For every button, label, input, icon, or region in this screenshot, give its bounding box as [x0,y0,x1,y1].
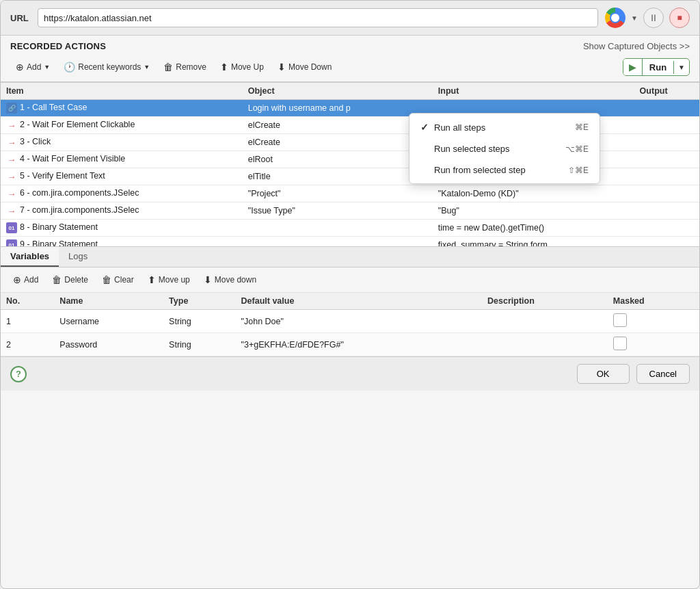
arrow-icon: → [6,188,17,199]
cell-item: →5 - Verify Element Text [1,168,243,185]
recorded-actions-section: RECORDED ACTIONS Show Captured Objects >… [1,36,699,82]
pause-button[interactable]: ⏸ [643,8,664,28]
vars-add-button[interactable]: ⊕ Add [8,272,44,288]
cell-item: →3 - Click [1,134,243,151]
vars-col-name: Name [54,293,163,310]
dropdown-item-label: Run selected steps [434,144,552,154]
run-dropdown-item-run-selected[interactable]: Run selected steps ⌥⌘E [409,138,600,159]
show-captured-objects-link[interactable]: Show Captured Objects >> [583,41,690,51]
cell-object: elTitle [243,168,433,185]
run-dropdown-arrow: ▼ [678,64,685,71]
vars-cell-desc [482,333,608,356]
table-row[interactable]: →6 - com.jira.components.JSelec "Project… [1,185,699,202]
vars-col-default: Default value [236,293,482,310]
remove-button[interactable]: 🗑 Remove [158,59,212,75]
cell-input: "Katalon-Demo (KD)" [433,185,634,202]
cell-object [243,220,433,237]
cell-item: 🔗1 - Call Test Case [1,100,243,117]
table-row[interactable]: 018 - Binary Statement time = new Date()… [1,220,699,237]
run-dropdown-item-run-from[interactable]: Run from selected step ⇧⌘E [409,159,600,181]
move-down-button[interactable]: ⬇ Move Down [272,59,337,75]
cell-object: "Issue Type" [243,202,433,220]
cell-output [634,168,699,185]
vars-add-label: Add [24,275,38,285]
table-row[interactable]: →7 - com.jira.components.JSelec "Issue T… [1,202,699,220]
cell-item: 018 - Binary Statement [1,220,243,237]
cell-input: fixed_summary = String.form [433,237,634,247]
vars-header-row: No. Name Type Default value Description … [1,293,699,310]
arrow-icon: → [6,205,17,216]
vars-add-icon: ⊕ [13,274,21,285]
cell-output [634,220,699,237]
vars-clear-button[interactable]: 🗑 Clear [96,272,139,288]
vars-move-up-icon: ⬆ [148,274,156,285]
col-object: Object [243,83,433,100]
section-title: RECORDED ACTIONS [10,41,106,51]
vars-table-row[interactable]: 2 Password String "3+gEKFHA:E/dFDE?FG#" [1,333,699,356]
vars-cell-no: 1 [1,310,54,333]
vars-table-container: No. Name Type Default value Description … [1,293,699,356]
chrome-dropdown-arrow[interactable]: ▼ [631,14,638,22]
run-play-button[interactable]: ▶ [623,59,643,75]
vars-delete-button[interactable]: 🗑 Delete [46,272,94,288]
url-input[interactable] [38,8,598,27]
main-window: URL ▼ ⏸ ■ RECORDED ACTIONS Show Captured… [0,0,700,589]
cell-object: elCreate [243,117,433,134]
vars-move-down-icon: ⬇ [204,274,212,285]
recent-keywords-button[interactable]: 🕐 Recent keywords ▼ [58,59,155,75]
vars-move-up-label: Move up [159,275,190,285]
vars-cell-no: 2 [1,333,54,356]
section-header: RECORDED ACTIONS Show Captured Objects >… [10,41,690,51]
table-row[interactable]: 019 - Binary Statement fixed_summary = S… [1,237,699,247]
arrow-icon: → [6,120,17,131]
cell-output [634,100,699,117]
run-label-button[interactable]: Run [643,60,673,75]
cancel-button[interactable]: Cancel [636,364,690,384]
vars-cell-masked[interactable] [608,333,699,356]
cell-item: →2 - Wait For Element Clickable [1,117,243,134]
ok-button[interactable]: OK [577,364,630,384]
vars-delete-label: Delete [64,275,88,285]
add-button[interactable]: ⊕ Add ▼ [10,59,55,75]
recorded-actions-toolbar: ⊕ Add ▼ 🕐 Recent keywords ▼ 🗑 Remove ⬆ M… [10,55,690,79]
stop-icon: ■ [677,13,682,23]
tab-variables[interactable]: Variables [1,247,59,267]
move-up-button[interactable]: ⬆ Move Up [215,59,269,75]
cell-input: "Bug" [433,202,634,220]
dropdown-item-label: Run from selected step [434,165,554,175]
masked-checkbox[interactable] [613,313,627,327]
cell-object [243,237,433,247]
vars-move-up-button[interactable]: ⬆ Move up [142,272,196,288]
chrome-icon[interactable] [605,8,625,28]
vars-col-masked: Masked [608,293,699,310]
pause-icon: ⏸ [649,12,658,23]
tab-logs[interactable]: Logs [59,247,97,267]
cell-input: time = new Date().getTime() [433,220,634,237]
vars-cell-desc [482,310,608,333]
vars-col-type: Type [163,293,235,310]
add-icon: ⊕ [16,62,24,73]
vars-move-down-button[interactable]: ⬇ Move down [198,272,262,288]
vars-table-row[interactable]: 1 Username String "John Doe" [1,310,699,333]
cell-object: elCreate [243,134,433,151]
vars-clear-label: Clear [114,275,134,285]
vars-col-no: No. [1,293,54,310]
url-label: URL [10,13,31,23]
cell-object: elRoot [243,151,433,168]
move-up-icon: ⬆ [220,62,228,73]
cell-output [634,151,699,168]
masked-checkbox[interactable] [613,337,627,350]
stop-button[interactable]: ■ [669,8,690,28]
help-button[interactable]: ? [10,366,27,382]
run-dropdown-button[interactable]: ▼ [673,61,689,74]
vars-cell-type: String [163,333,235,356]
move-down-label: Move Down [288,62,332,72]
vars-col-desc: Description [482,293,608,310]
shortcut-label: ⌥⌘E [565,144,589,154]
cell-item: 019 - Binary Statement [1,237,243,247]
vars-cell-masked[interactable] [608,310,699,333]
shortcut-label: ⇧⌘E [568,166,589,175]
run-dropdown-item-run-all[interactable]: ✓ Run all steps ⌘E [409,116,600,138]
col-output: Output [634,83,699,100]
add-label: Add [27,62,41,72]
